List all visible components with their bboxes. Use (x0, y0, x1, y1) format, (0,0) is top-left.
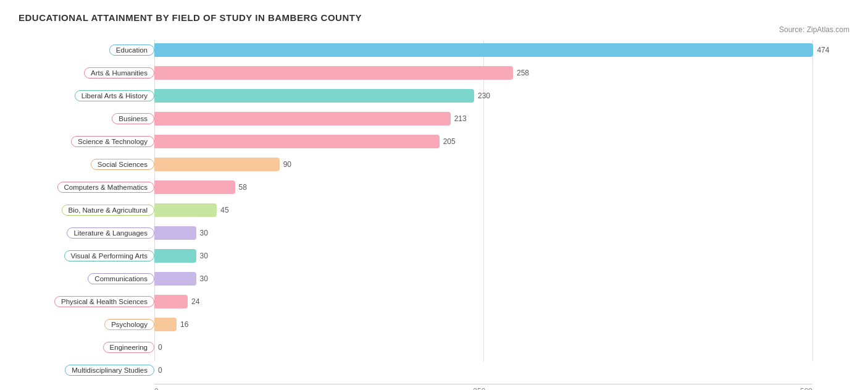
bar-row: Arts & Humanities258 (19, 63, 849, 83)
bar-value: 30 (200, 229, 208, 237)
bar-fill (154, 249, 196, 263)
bar-row: Bio, Nature & Agricultural45 (19, 200, 849, 220)
bar-fill (154, 158, 280, 171)
bar-fill (154, 226, 196, 240)
bar-fill (154, 112, 451, 125)
bar-value: 16 (180, 320, 188, 329)
bar-row: Science & Technology205 (19, 132, 849, 151)
bar-fill (154, 272, 196, 286)
bar-label: Computers & Mathematics (57, 182, 155, 193)
bar-label: Multidisciplinary Studies (65, 365, 154, 376)
bar-label: Visual & Performing Arts (64, 250, 154, 261)
bar-fill (154, 180, 235, 194)
bar-label: Social Sciences (91, 159, 154, 170)
bar-fill (154, 43, 813, 57)
x-axis-tick: 0 (154, 387, 159, 390)
bar-value: 205 (443, 137, 456, 146)
bar-label: Psychology (104, 319, 154, 330)
bar-row: Multidisciplinary Studies0 (19, 360, 849, 380)
bar-row: Social Sciences90 (19, 155, 849, 174)
bar-row: Engineering0 (19, 337, 849, 357)
bar-row: Psychology16 (19, 315, 849, 334)
x-axis-tick: 500 (800, 387, 812, 390)
bar-row: Communications30 (19, 269, 849, 289)
bar-fill (154, 318, 177, 331)
bar-label: Bio, Nature & Agricultural (62, 205, 154, 216)
bar-value: 0 (158, 343, 162, 352)
bar-value: 45 (220, 206, 228, 214)
x-axis: 0250500 (154, 384, 812, 390)
bar-fill (154, 66, 513, 80)
bar-value: 58 (239, 183, 247, 192)
bar-fill (154, 135, 440, 148)
bar-label: Science & Technology (71, 136, 154, 147)
bar-label: Communications (88, 273, 154, 284)
bar-row: Literature & Languages30 (19, 223, 849, 243)
bar-label: Liberal Arts & History (75, 90, 154, 101)
bar-value: 213 (454, 114, 467, 123)
bar-value: 474 (817, 46, 829, 54)
bar-row: Business213 (19, 109, 849, 129)
bar-label: Physical & Health Sciences (54, 296, 154, 307)
bar-value: 258 (517, 69, 529, 77)
bar-label: Engineering (103, 342, 154, 353)
chart-area: Education474Arts & Humanities258Liberal … (19, 40, 849, 390)
bar-row: Education474 (19, 40, 849, 60)
bar-label: Education (109, 45, 154, 56)
bar-fill (154, 295, 188, 308)
bar-fill (154, 89, 474, 103)
bar-fill (154, 203, 217, 217)
bar-value: 30 (200, 252, 208, 260)
bar-value: 24 (191, 297, 199, 306)
bar-row: Physical & Health Sciences24 (19, 292, 849, 312)
bar-value: 30 (200, 274, 208, 283)
source-label: Source: ZipAtlas.com (19, 25, 849, 34)
bar-row: Liberal Arts & History230 (19, 86, 849, 106)
bar-label: Arts & Humanities (84, 67, 154, 78)
bar-label: Literature & Languages (67, 227, 154, 239)
bar-value: 90 (283, 160, 291, 169)
x-axis-tick: 250 (473, 387, 485, 390)
bar-label: Business (112, 113, 154, 124)
bar-row: Visual & Performing Arts30 (19, 246, 849, 266)
bar-row: Computers & Mathematics58 (19, 177, 849, 197)
chart-title: EDUCATIONAL ATTAINMENT BY FIELD OF STUDY… (19, 12, 849, 23)
bar-value: 230 (478, 91, 490, 100)
bar-value: 0 (158, 366, 162, 375)
